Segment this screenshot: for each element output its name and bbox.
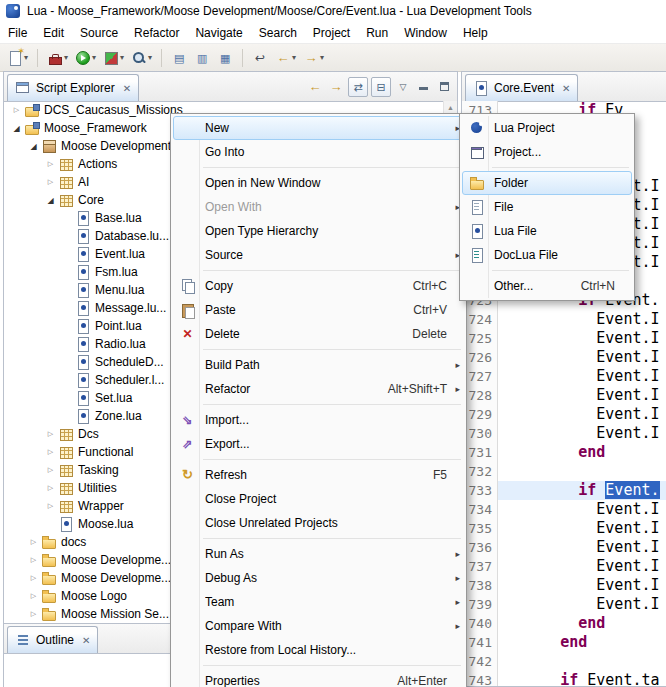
menu-item-debug-as[interactable]: Debug As▸ [173, 566, 464, 590]
code-line-727[interactable]: Event.I [498, 367, 666, 386]
menu-item-copy[interactable]: CopyCtrl+C [173, 274, 464, 298]
menu-item-doclua-file[interactable]: DocLua File [462, 243, 632, 267]
menu-item-folder[interactable]: Folder [462, 171, 632, 195]
code-line-729[interactable]: Event.I [498, 405, 666, 424]
code-line-740[interactable]: end [498, 614, 666, 633]
code-line-724[interactable]: Event.I [498, 310, 666, 329]
tab-script-explorer[interactable]: Script Explorer ✕ [7, 74, 139, 101]
dropdown-caret-icon[interactable]: ▾ [64, 53, 68, 62]
menu-refactor[interactable]: Refactor [126, 23, 187, 43]
code-line-741[interactable]: end [498, 633, 666, 652]
code-line-731[interactable]: end [498, 443, 666, 462]
menu-item-run-as[interactable]: Run As▸ [173, 542, 464, 566]
menu-item-file[interactable]: File [462, 195, 632, 219]
tree-collapsed-arrow-icon[interactable]: ▷ [26, 556, 41, 564]
close-icon[interactable]: ✕ [123, 83, 131, 94]
toggle-view-3-button[interactable]: ▦ [214, 47, 236, 69]
menu-item-properties[interactable]: PropertiesAlt+Enter [173, 669, 464, 687]
code-line-728[interactable]: Event.I [498, 386, 666, 405]
run-button[interactable]: ▾ [72, 47, 99, 69]
code-line-734[interactable]: Event.I [498, 500, 666, 519]
menu-help[interactable]: Help [455, 23, 496, 43]
code-line-725[interactable]: Event.I [498, 329, 666, 348]
external-tools-button[interactable]: ▾ [44, 47, 71, 69]
tree-collapsed-arrow-icon[interactable]: ▷ [43, 466, 58, 474]
tree-expanded-arrow-icon[interactable]: ◢ [43, 196, 58, 205]
minimize-button[interactable] [415, 78, 433, 96]
code-line-738[interactable]: Event.I [498, 576, 666, 595]
link-with-editor-button[interactable]: ⇄ [348, 77, 368, 97]
toggle-view-1-button[interactable]: ▤ [168, 47, 190, 69]
back-history-button[interactable]: ←▾ [272, 47, 299, 69]
menu-item-close-unrelated-projects[interactable]: Close Unrelated Projects [173, 511, 464, 535]
tab-core-event[interactable]: Core.Event ✕ [465, 74, 578, 101]
close-icon[interactable]: ✕ [562, 83, 570, 94]
code-line-743[interactable]: if Event.ta [498, 671, 666, 686]
dropdown-caret-icon[interactable]: ▾ [120, 53, 124, 62]
menu-item-team[interactable]: Team▸ [173, 590, 464, 614]
dropdown-caret-icon[interactable]: ▾ [148, 53, 152, 62]
menu-item-delete[interactable]: ✕DeleteDelete [173, 322, 464, 346]
tree-collapsed-arrow-icon[interactable]: ▷ [43, 502, 58, 510]
dropdown-caret-icon[interactable]: ▾ [92, 53, 96, 62]
menu-source[interactable]: Source [72, 23, 126, 43]
menu-item-lua-file[interactable]: Lua File [462, 219, 632, 243]
menu-item-paste[interactable]: PasteCtrl+V [173, 298, 464, 322]
maximize-button[interactable] [436, 78, 454, 96]
code-line-726[interactable]: Event.I [498, 348, 666, 367]
menu-file[interactable]: File [0, 23, 35, 43]
tree-collapsed-arrow-icon[interactable]: ▷ [43, 484, 58, 492]
collapse-all-button[interactable]: ⊟ [371, 77, 391, 97]
tab-outline[interactable]: Outline ✕ [7, 626, 98, 653]
code-line-742[interactable] [498, 652, 666, 671]
tree-collapsed-arrow-icon[interactable]: ▷ [26, 574, 41, 582]
menu-item-refactor[interactable]: RefactorAlt+Shift+T▸ [173, 377, 464, 401]
search-button[interactable]: ▾ [128, 47, 155, 69]
menu-item-compare-with[interactable]: Compare With▸ [173, 614, 464, 638]
tree-collapsed-arrow-icon[interactable]: ▷ [26, 538, 41, 546]
menu-run[interactable]: Run [358, 23, 396, 43]
menu-item-build-path[interactable]: Build Path▸ [173, 353, 464, 377]
tree-collapsed-arrow-icon[interactable]: ▷ [43, 160, 58, 168]
code-line-735[interactable]: Event.I [498, 519, 666, 538]
view-menu-button[interactable]: ▽ [394, 78, 412, 96]
menu-item-export[interactable]: ⇗Export... [173, 432, 464, 456]
menu-navigate[interactable]: Navigate [187, 23, 250, 43]
new-wizard-button[interactable]: ▾ [4, 47, 31, 69]
tree-expanded-arrow-icon[interactable]: ◢ [26, 142, 41, 151]
tree-collapsed-arrow-icon[interactable]: ▷ [43, 178, 58, 186]
menu-edit[interactable]: Edit [35, 23, 72, 43]
code-line-737[interactable]: Event.I [498, 557, 666, 576]
toggle-view-2-button[interactable]: ▥ [191, 47, 213, 69]
tree-collapsed-arrow-icon[interactable]: ▷ [26, 592, 41, 600]
code-line-730[interactable]: Event.I [498, 424, 666, 443]
menu-item-open-in-new-window[interactable]: Open in New Window [173, 171, 464, 195]
menu-window[interactable]: Window [396, 23, 455, 43]
code-line-732[interactable] [498, 462, 666, 481]
code-line-739[interactable]: Event.I [498, 595, 666, 614]
forward-arrow-button[interactable]: → [327, 78, 345, 96]
menu-item-open-with[interactable]: Open With▸ [173, 195, 464, 219]
close-icon[interactable]: ✕ [82, 635, 90, 646]
menu-item-close-project[interactable]: Close Project [173, 487, 464, 511]
menu-item-source[interactable]: Source▸ [173, 243, 464, 267]
dropdown-caret-icon[interactable]: ▾ [320, 53, 324, 62]
dropdown-caret-icon[interactable]: ▾ [292, 53, 296, 62]
menu-item-go-into[interactable]: Go Into [173, 140, 464, 164]
menu-item-open-type-hierarchy[interactable]: Open Type Hierarchy [173, 219, 464, 243]
last-edit-location-button[interactable]: ↩ [249, 47, 271, 69]
code-line-736[interactable]: Event.I [498, 538, 666, 557]
menu-item-project[interactable]: Project... [462, 140, 632, 164]
tree-collapsed-arrow-icon[interactable]: ▷ [43, 448, 58, 456]
coverage-button[interactable]: ▾ [100, 47, 127, 69]
forward-history-button[interactable]: →▾ [300, 47, 327, 69]
tree-collapsed-arrow-icon[interactable]: ▷ [43, 430, 58, 438]
menu-item-import[interactable]: ⇘Import... [173, 408, 464, 432]
code-line-733[interactable]: if Event. [498, 481, 666, 500]
back-arrow-button[interactable]: ← [306, 78, 324, 96]
menu-item-lua-project[interactable]: Lua Project [462, 116, 632, 140]
menu-item-new[interactable]: New▸ [173, 116, 464, 140]
menu-item-refresh[interactable]: ↻RefreshF5 [173, 463, 464, 487]
tree-collapsed-arrow-icon[interactable]: ▷ [26, 610, 41, 618]
menu-project[interactable]: Project [305, 23, 358, 43]
